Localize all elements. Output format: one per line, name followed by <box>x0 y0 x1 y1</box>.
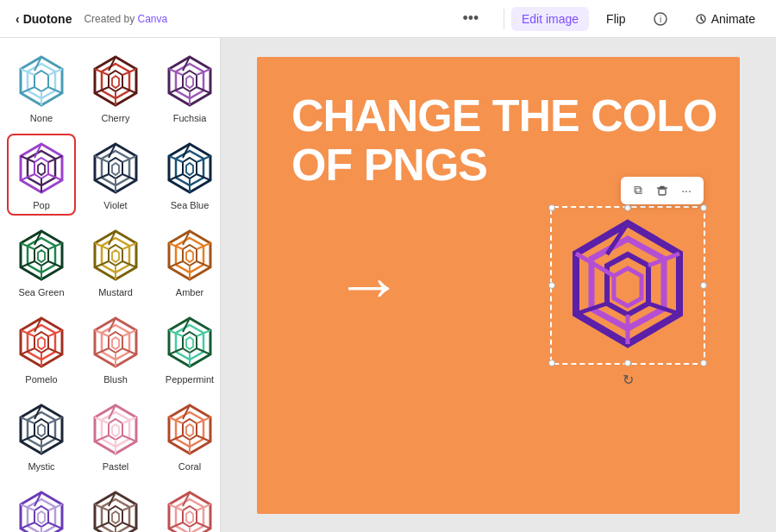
filter-item-sea_blue[interactable]: Sea Blue <box>155 134 221 216</box>
svg-marker-85 <box>186 250 193 262</box>
animate-button[interactable]: Animate <box>685 7 766 31</box>
svg-marker-165 <box>112 511 119 523</box>
delete-element-button[interactable] <box>652 180 673 201</box>
filter-item-mustard[interactable]: Mustard <box>81 221 150 303</box>
resize-handle-ml[interactable] <box>548 282 555 289</box>
filter-thumb-svg <box>162 141 217 196</box>
main-area: None Cherry <box>0 38 776 532</box>
filter-label-pop: Pop <box>33 200 50 210</box>
svg-marker-155 <box>38 511 45 523</box>
svg-marker-5 <box>34 71 48 91</box>
info-icon: i <box>654 12 667 26</box>
left-panel: None Cherry <box>0 38 221 532</box>
filter-item-coral[interactable]: Coral <box>155 395 221 477</box>
filter-item-violet[interactable]: Violet <box>81 134 150 216</box>
filter-thumb-svg <box>14 315 69 370</box>
filter-item-blush[interactable]: Blush <box>81 308 150 390</box>
filter-label-pastel: Pastel <box>103 461 129 472</box>
svg-marker-95 <box>38 337 45 349</box>
filter-thumb-svg <box>88 402 143 457</box>
filter-item-pastel[interactable]: Pastel <box>81 395 150 477</box>
filter-label-mustard: Mustard <box>98 287 133 297</box>
filter-item-mystic[interactable]: Mystic <box>7 395 76 477</box>
filter-label-sea_blue: Sea Blue <box>171 200 210 210</box>
back-chevron-icon: ‹ <box>16 12 20 26</box>
filter-thumb-svg <box>14 53 69 109</box>
canvas-content: CHANGE THE COLO OF PNGS → ⧉ <box>257 57 740 514</box>
filter-item-pop[interactable]: Pop <box>7 134 76 216</box>
filter-item-peppermint[interactable]: Peppermint <box>155 308 221 390</box>
filter-item-lavender[interactable]: Lavender <box>7 482 76 532</box>
filter-item-dawn[interactable]: Dawn <box>155 482 221 532</box>
selected-image-element[interactable]: ⧉ ··· <box>550 206 705 365</box>
svg-marker-175 <box>186 511 193 523</box>
filter-thumb-svg <box>88 489 143 532</box>
filter-thumb-svg <box>14 141 69 196</box>
resize-handle-tl[interactable] <box>548 204 555 211</box>
filter-label-fuchsia: Fuchsia <box>173 113 207 123</box>
resize-handle-tr[interactable] <box>700 204 707 211</box>
duotone-hex-image <box>559 215 697 353</box>
filter-thumb-svg <box>88 315 143 370</box>
flip-button[interactable]: Flip <box>596 7 636 31</box>
svg-marker-45 <box>112 163 119 175</box>
more-options-button[interactable]: ••• <box>459 7 483 31</box>
filter-label-none: None <box>30 113 53 123</box>
filter-item-amber[interactable]: Amber <box>155 221 221 303</box>
filter-thumb-svg <box>162 402 217 457</box>
filter-thumb-svg <box>88 228 143 283</box>
filter-item-none[interactable]: None <box>7 47 76 128</box>
filter-thumb-svg <box>162 53 217 109</box>
filter-thumb-svg <box>88 141 143 196</box>
filter-label-mystic: Mystic <box>28 461 54 472</box>
svg-rect-182 <box>659 189 666 195</box>
filter-label-coral: Coral <box>178 461 201 472</box>
resize-handle-br[interactable] <box>700 360 707 366</box>
panel-title: Duotone <box>23 12 72 26</box>
svg-marker-105 <box>112 337 119 349</box>
info-button[interactable]: i <box>643 7 678 31</box>
back-button[interactable]: ‹ Duotone <box>10 9 77 29</box>
svg-marker-145 <box>186 424 193 436</box>
resize-handle-bl[interactable] <box>548 360 555 366</box>
filter-thumb-svg <box>162 489 217 532</box>
canvas-arrow: → <box>335 246 404 325</box>
filter-thumb-svg <box>14 402 69 457</box>
canva-link[interactable]: Canva <box>137 13 167 25</box>
svg-marker-55 <box>186 163 193 175</box>
filter-item-cherry[interactable]: Cherry <box>81 47 150 128</box>
canvas-area[interactable]: CHANGE THE COLO OF PNGS → ⧉ <box>221 38 776 532</box>
copy-element-button[interactable]: ⧉ <box>628 180 648 201</box>
filter-item-fuchsia[interactable]: Fuchsia <box>155 47 221 128</box>
more-element-options-button[interactable]: ··· <box>676 180 697 201</box>
svg-marker-75 <box>112 250 119 262</box>
svg-marker-25 <box>186 76 193 88</box>
filter-item-pomelo[interactable]: Pomelo <box>7 308 76 390</box>
filter-label-violet: Violet <box>103 200 127 210</box>
filter-thumb-svg <box>14 228 69 283</box>
svg-marker-115 <box>186 337 193 349</box>
filter-label-pomelo: Pomelo <box>25 374 57 385</box>
animate-icon <box>695 13 707 25</box>
filter-grid: None Cherry <box>7 47 213 532</box>
resize-handle-mr[interactable] <box>700 282 707 289</box>
resize-handle-tm[interactable] <box>624 204 631 211</box>
rotate-handle[interactable]: ↻ <box>619 372 636 389</box>
created-by: Created by Canva <box>84 13 167 25</box>
svg-text:i: i <box>660 15 661 24</box>
svg-marker-125 <box>38 424 45 436</box>
element-toolbar: ⧉ ··· <box>621 177 704 204</box>
filter-thumb-svg <box>14 489 69 532</box>
filter-thumb-svg <box>88 53 143 109</box>
filter-thumb-svg <box>162 228 217 283</box>
toolbar-divider <box>504 9 504 29</box>
svg-marker-15 <box>112 76 119 88</box>
filter-item-dusk[interactable]: Dusk <box>81 482 150 532</box>
filter-item-sea_green[interactable]: Sea Green <box>7 221 76 303</box>
svg-marker-35 <box>38 163 45 175</box>
top-toolbar: ‹ Duotone Created by Canva ••• Edit imag… <box>0 0 776 38</box>
edit-image-button[interactable]: Edit image <box>511 7 589 31</box>
filter-thumb-svg <box>162 315 217 370</box>
svg-marker-65 <box>38 250 45 262</box>
resize-handle-bm[interactable] <box>624 360 631 366</box>
